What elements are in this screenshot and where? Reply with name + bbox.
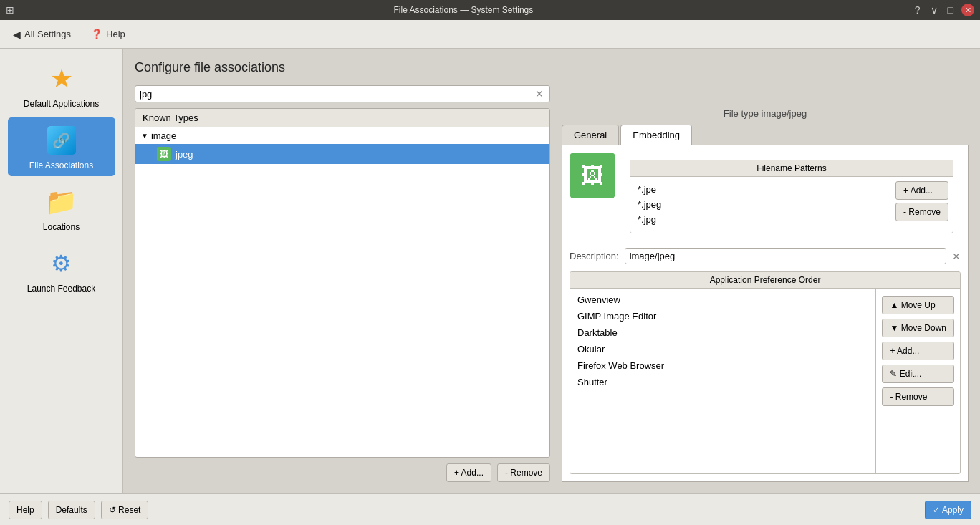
patterns-list: *.jpe *.jpeg *.jpg [635,181,891,228]
sidebar-item-file-associations[interactable]: 🔗 File Associations [8,117,115,176]
search-bar: ✕ [135,85,550,102]
left-bottom-btns: + Add... - Remove [135,463,550,482]
sidebar-item-default-applications-label: Default Applications [24,99,99,109]
window-controls: ? ∨ □ ✕ [913,4,974,16]
filename-patterns-body: *.jpe *.jpeg *.jpg + Add... - Remove [630,177,953,233]
add-app-btn[interactable]: + Add... [882,342,954,360]
search-clear-btn[interactable]: ✕ [534,88,545,100]
help-nav-btn[interactable]: ❓ Help [85,26,131,42]
app-pref-btns: ▲ Move Up ▼ Move Down + Add... ✎ Edit...… [876,289,960,473]
app-item-darktable[interactable]: Darktable [570,324,875,341]
remove-type-btn[interactable]: - Remove [497,463,550,482]
right-content: 🖼 Filename Patterns *.jpe *.jpeg *.jpg [562,145,969,482]
sidebar-item-default-applications[interactable]: ★ Default Applications [8,56,115,115]
patterns-btns: + Add... - Remove [895,181,948,228]
minimize-btn[interactable]: ∨ [928,4,940,16]
sidebar: ★ Default Applications 🔗 File Associatio… [0,49,123,493]
mime-icon: 🖼 [570,153,615,198]
description-input[interactable] [625,248,946,264]
filetype-icon-area: 🖼 Filename Patterns *.jpe *.jpeg *.jpg [570,153,961,241]
two-col-layout: Known Types ▼ image 🖼 jpeg + Add... - Re… [135,108,969,482]
bottom-right-btns: ✓ Apply [925,501,971,519]
known-types-header: Known Types [135,109,549,127]
edit-app-btn[interactable]: ✎ Edit... [882,365,954,383]
move-up-btn[interactable]: ▲ Move Up [882,296,954,314]
help-nav-label: Help [106,29,125,39]
app-menu-icon[interactable]: ⊞ [6,4,14,16]
tree-item-jpeg-label: jpeg [176,149,193,160]
titlebar: ⊞ File Associations — System Settings ? … [0,0,980,20]
left-panel: Known Types ▼ image 🖼 jpeg + Add... - Re… [135,108,550,482]
filename-patterns-box: Filename Patterns *.jpe *.jpeg *.jpg + A… [630,160,953,233]
search-input[interactable] [140,89,534,100]
all-settings-label: All Settings [24,29,71,39]
app-item-shutter[interactable]: Shutter [570,374,875,390]
close-btn[interactable]: ✕ [961,4,974,16]
filetype-label: File type image/jpeg [562,108,969,119]
move-down-btn[interactable]: ▼ Move Down [882,319,954,337]
file-associations-icon: 🔗 [44,123,79,158]
description-clear-btn[interactable]: ✕ [952,251,961,262]
reset-btn[interactable]: ↺ Reset [101,501,149,519]
pattern-jpg: *.jpg [638,213,888,228]
tree-item-jpeg[interactable]: 🖼 jpeg [135,144,549,164]
tab-embedding[interactable]: Embedding [620,125,692,145]
window-title: File Associations — System Settings [14,5,913,15]
sidebar-item-launch-feedback[interactable]: ⚙ Launch Feedback [8,241,115,299]
page-title: Configure file associations [135,60,969,75]
back-arrow-icon: ◀ [13,29,21,40]
app-item-firefox[interactable]: Firefox Web Browser [570,357,875,374]
default-applications-icon: ★ [44,62,79,96]
sidebar-item-launch-feedback-label: Launch Feedback [27,284,95,294]
remove-app-btn[interactable]: - Remove [882,387,954,406]
app-preference-title: Application Preference Order [570,272,960,289]
bottom-left-btns: Help Defaults ↺ Reset [9,501,148,519]
app-preference-body: Gwenview GIMP Image Editor Darktable Oku… [570,289,960,473]
tree-category-image[interactable]: ▼ image [135,127,549,144]
help-bottom-btn[interactable]: Help [9,501,42,519]
add-pattern-btn[interactable]: + Add... [895,181,948,200]
remove-pattern-btn[interactable]: - Remove [895,203,948,221]
tree-category-label: image [151,130,176,141]
add-type-btn[interactable]: + Add... [446,463,491,482]
app-item-okular[interactable]: Okular [570,341,875,357]
sidebar-item-locations-label: Locations [43,222,80,232]
jpeg-type-icon: 🖼 [157,147,171,161]
app-item-gimp[interactable]: GIMP Image Editor [570,308,875,324]
pattern-jpeg: *.jpeg [638,198,888,213]
right-panel: File type image/jpeg General Embedding 🖼… [562,108,969,482]
locations-icon: 📁 [44,185,79,219]
app-preference-section: Application Preference Order Gwenview GI… [570,271,961,474]
defaults-btn[interactable]: Defaults [48,501,95,519]
navbar: ◀ All Settings ❓ Help [0,20,980,49]
bottom-bar: Help Defaults ↺ Reset ✓ Apply [0,493,980,525]
sidebar-item-file-associations-label: File Associations [29,160,93,170]
tab-general[interactable]: General [562,125,619,145]
app-list: Gwenview GIMP Image Editor Darktable Oku… [570,289,876,473]
known-types-box: Known Types ▼ image 🖼 jpeg [135,108,550,458]
sidebar-item-locations[interactable]: 📁 Locations [8,179,115,238]
tabs: General Embedding [562,125,969,145]
main-layout: ★ Default Applications 🔗 File Associatio… [0,49,980,493]
content-area: Configure file associations ✕ Known Type… [123,49,980,493]
description-row: Description: ✕ [570,248,961,264]
help-nav-icon: ❓ [91,29,102,39]
app-item-gwenview[interactable]: Gwenview [570,292,875,308]
launch-feedback-icon: ⚙ [44,246,79,281]
description-label: Description: [570,251,619,261]
shade-btn[interactable]: □ [946,4,956,16]
filename-patterns-title: Filename Patterns [630,160,953,177]
all-settings-btn[interactable]: ◀ All Settings [7,26,77,43]
help-titlebar-btn[interactable]: ? [913,4,923,16]
pattern-jpe: *.jpe [638,183,888,198]
chevron-down-icon: ▼ [141,132,148,140]
apply-btn[interactable]: ✓ Apply [925,501,971,519]
